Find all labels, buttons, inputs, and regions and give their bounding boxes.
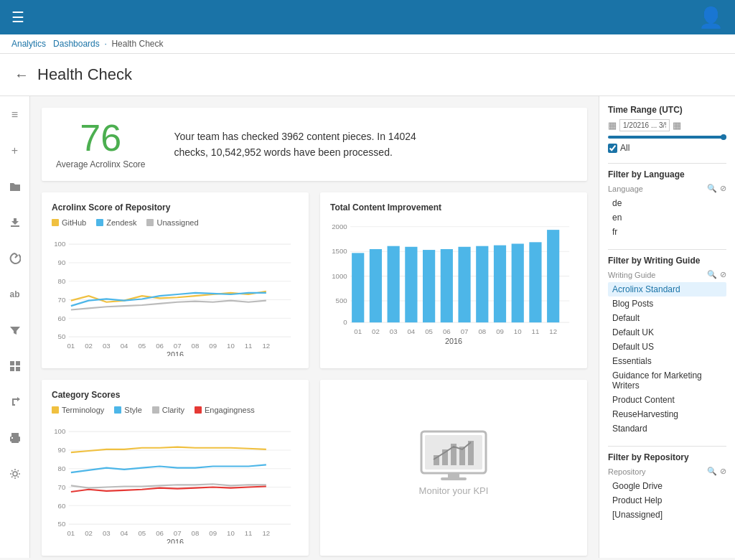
sidebar-icon-print[interactable] [4,426,27,449]
sidebar-icon-folder[interactable] [4,175,27,198]
category-chart-svg: 100 90 80 70 60 50 [52,420,299,543]
writing-guide-item-guidance[interactable]: Guidance for Marketing Writers [608,368,726,393]
svg-text:11: 11 [245,529,253,537]
legend-github: GitHub [52,218,86,227]
svg-text:09: 09 [496,327,504,335]
svg-text:60: 60 [58,314,66,322]
svg-rect-55 [547,230,559,322]
legend-zendesk-label: Zendesk [106,218,136,227]
calendar-end-icon[interactable]: ▦ [673,120,681,131]
calendar-start-icon[interactable]: ▦ [608,120,617,131]
svg-text:06: 06 [156,342,164,350]
legend-terminology-dot [52,406,59,414]
svg-text:90: 90 [58,446,66,454]
writing-guide-item-product-content[interactable]: Product Content [608,393,726,407]
svg-rect-47 [405,247,417,322]
top-nav: ☰ 👤 [0,0,735,34]
avatar-icon[interactable]: 👤 [698,6,724,29]
writing-guide-item-blog-posts[interactable]: Blog Posts [608,297,726,311]
language-search-icon[interactable]: 🔍 [707,184,717,193]
writing-guide-filter-icons: 🔍 ⊘ [707,270,726,279]
back-button[interactable]: ← [14,67,29,83]
svg-rect-54 [529,242,541,322]
legend-style: Style [114,406,141,414]
svg-rect-48 [423,250,435,322]
content-area: 76 Average Acrolinx Score Your team has … [30,96,599,558]
writing-guide-item-default-uk[interactable]: Default UK [608,325,726,340]
legend-unassigned: Unassigned [146,218,198,227]
svg-text:2016: 2016 [167,538,184,543]
repository-clear-icon[interactable]: ⊘ [720,467,726,476]
sidebar-icon-share[interactable] [4,391,27,414]
filter-language-section: Filter by Language Language 🔍 ⊘ de en fr [608,169,726,239]
writing-guide-item-essentials[interactable]: Essentials [608,354,726,368]
svg-text:2016: 2016 [445,337,462,345]
language-item-de[interactable]: de [608,196,726,210]
svg-text:12: 12 [262,342,270,350]
improvement-chart-card: Total Content Improvement 2000 1500 1000… [320,192,587,368]
svg-text:06: 06 [156,529,164,537]
all-checkbox[interactable] [608,144,617,153]
svg-rect-46 [388,246,400,322]
svg-text:08: 08 [478,327,486,335]
svg-text:10: 10 [514,327,522,335]
svg-rect-101 [448,473,459,477]
svg-text:11: 11 [245,342,253,350]
sidebar-icon-add[interactable]: + [4,139,27,162]
svg-text:12: 12 [549,327,557,335]
filter-writing-guide-title: Filter by Writing Guide [608,256,726,266]
writing-guide-item-default-us[interactable]: Default US [608,340,726,354]
repository-item-google-drive[interactable]: Google Drive [608,479,726,493]
hamburger-icon[interactable]: ☰ [11,9,24,26]
divider-3 [608,446,726,447]
time-range-from[interactable] [619,119,670,131]
time-range-bar [608,136,726,139]
improvement-chart-svg: 2000 1500 1000 500 0 [330,218,577,353]
repository-item-unassigned[interactable]: [Unassigned] [608,508,726,522]
breadcrumb-analytics[interactable]: Analytics [11,39,46,49]
writing-guide-item-acrolinx-standard[interactable]: Acrolinx Standard [608,282,726,297]
svg-text:100: 100 [54,427,65,435]
sidebar-icon-refresh[interactable] [4,247,27,270]
divider-2 [608,249,726,250]
sidebar-icon-settings[interactable] [4,462,27,485]
breadcrumb-dashboards[interactable]: Dashboards [53,39,100,49]
language-item-en[interactable]: en [608,210,726,225]
svg-text:10: 10 [227,529,235,537]
svg-text:08: 08 [192,342,200,350]
legend-clarity: Clarity [152,406,184,414]
svg-text:07: 07 [461,327,469,335]
legend-style-dot [114,406,121,414]
filter-writing-guide-section: Filter by Writing Guide Writing Guide 🔍 … [608,256,726,436]
svg-text:01: 01 [67,342,75,350]
writing-guide-clear-icon[interactable]: ⊘ [720,270,726,279]
legend-engagingness-dot [195,406,202,414]
svg-text:1000: 1000 [332,272,347,280]
svg-text:03: 03 [103,342,111,350]
svg-text:11: 11 [532,327,540,335]
sidebar-icon-filter[interactable] [4,319,27,342]
writing-guide-item-default[interactable]: Default [608,311,726,325]
svg-text:03: 03 [103,529,111,537]
sidebar-icon-grid[interactable] [4,355,27,378]
legend-engagingness: Engagingness [195,406,255,414]
repo-chart-card: Acrolinx Score of Repository GitHub Zend… [42,192,309,368]
svg-text:03: 03 [390,327,398,335]
sidebar-icon-menu[interactable]: ≡ [4,103,27,126]
category-chart-legend: Terminology Style Clarity Engagingness [52,406,299,414]
sidebar-icon-text[interactable]: ab [4,283,27,306]
repository-search-icon[interactable]: 🔍 [707,467,717,476]
filter-language-label: Language [608,185,643,193]
sidebar-icon-download[interactable] [4,211,27,234]
repository-item-product-help[interactable]: Product Help [608,493,726,508]
writing-guide-search-icon[interactable]: 🔍 [707,270,717,279]
filter-writing-guide-label: Writing Guide [608,271,655,279]
svg-rect-4 [11,433,19,437]
category-chart-card: Category Scores Terminology Style Clarit… [42,380,309,556]
writing-guide-item-standard[interactable]: Standard [608,421,726,436]
language-item-fr[interactable]: fr [608,225,726,239]
language-filter-icons: 🔍 ⊘ [707,184,726,193]
svg-text:60: 60 [58,502,66,510]
writing-guide-item-reuse-harvesting[interactable]: ReuseHarvesting [608,407,726,421]
language-clear-icon[interactable]: ⊘ [720,184,726,193]
